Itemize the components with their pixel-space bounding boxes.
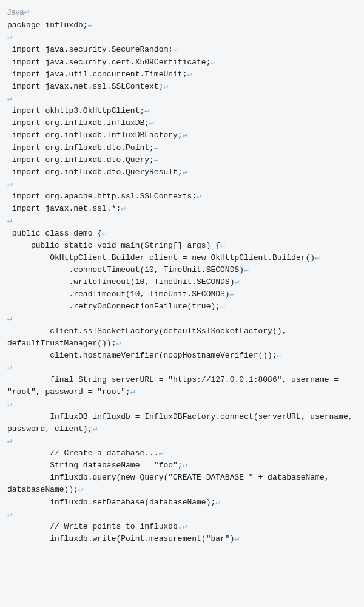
- code-line: ↵: [7, 362, 357, 374]
- code-line: influxdb.query(new Query("CREATE DATABAS…: [7, 472, 357, 496]
- code-line: InfluxDB influxdb = InfluxDBFactory.conn…: [7, 411, 357, 435]
- newline-arrow-icon: ↵: [163, 82, 168, 91]
- code-line: ↵: [7, 32, 357, 44]
- code-line: ↵: [7, 435, 357, 447]
- code-text: OkHttpClient.Builder client = new OkHttp…: [7, 253, 315, 262]
- newline-arrow-icon: ↵: [159, 449, 164, 458]
- code-text: influxdb.query(new Query("CREATE DATABAS…: [7, 473, 334, 494]
- code-text: client.sslSocketFactory(defaultSslSocket…: [7, 327, 291, 348]
- code-text: public class demo {: [7, 229, 102, 238]
- code-text: // Create a database...: [7, 449, 159, 458]
- code-text: String databaseName = "foo";: [7, 461, 183, 470]
- newline-arrow-icon: ↵: [244, 265, 249, 274]
- code-line: ↵: [7, 215, 357, 227]
- newline-arrow-icon: ↵: [183, 522, 187, 531]
- newline-arrow-icon: ↵: [220, 241, 225, 250]
- code-line: import okhttp3.OkHttpClient;↵: [7, 105, 357, 117]
- code-text: import org.influxdb.InfluxDBFactory;: [7, 131, 183, 140]
- code-text: import org.influxdb.InfluxDB;: [7, 118, 149, 127]
- code-text: import java.security.SecureRandom;: [7, 45, 173, 54]
- code-line: final String serverURL = "https://127.0.…: [7, 374, 357, 398]
- code-block: package influxdb;↵↵ import java.security…: [7, 19, 357, 545]
- code-text: client.hostnameVerifier(noopHostnameVeri…: [7, 351, 277, 360]
- newline-arrow-icon: ↵: [121, 204, 126, 213]
- newline-arrow-icon: ↵: [215, 498, 220, 507]
- code-line: client.hostnameVerifier(noopHostnameVeri…: [7, 350, 357, 362]
- code-line: import java.security.SecureRandom;↵: [7, 44, 357, 56]
- code-text: import org.influxdb.dto.Query;: [7, 155, 154, 164]
- newline-arrow-icon: ↵: [220, 302, 225, 311]
- code-line: import org.influxdb.dto.Point;↵: [7, 142, 357, 154]
- newline-arrow-icon: ↵: [154, 155, 159, 164]
- code-line: import javax.net.ssl.*;↵: [7, 203, 357, 215]
- code-text: import java.util.concurrent.TimeUnit;: [7, 70, 187, 79]
- code-text: final String serverURL = "https://127.0.…: [7, 375, 343, 396]
- code-line: import java.util.concurrent.TimeUnit;↵: [7, 69, 357, 81]
- code-text: influxdb.setDatabase(databaseName);: [7, 498, 215, 507]
- newline-arrow-icon: ↵: [149, 118, 154, 127]
- newline-arrow-icon: ↵: [24, 7, 30, 16]
- newline-arrow-icon: ↵: [88, 21, 93, 30]
- code-line: import org.influxdb.dto.Query;↵: [7, 154, 357, 166]
- code-line: import java.security.cert.X509Certificat…: [7, 56, 357, 69]
- code-line: .readTimeout(10, TimeUnit.SECONDS)↵: [7, 288, 357, 300]
- newline-arrow-icon: ↵: [173, 45, 178, 54]
- code-line: import org.influxdb.dto.QueryResult;↵: [7, 166, 357, 178]
- code-text: import okhttp3.OkHttpClient;: [7, 106, 144, 115]
- code-text: import javax.net.ssl.SSLContext;: [7, 82, 163, 91]
- code-line: // Write points to influxdb.↵: [7, 521, 357, 533]
- code-text: .retryOnConnectionFailure(true);: [7, 302, 220, 311]
- code-line: .retryOnConnectionFailure(true);↵: [7, 300, 357, 313]
- code-text: // Write points to influxdb.: [7, 522, 183, 531]
- code-text: import org.influxdb.dto.QueryResult;: [7, 168, 183, 177]
- newline-arrow-icon: ↵: [7, 400, 12, 409]
- code-line: // Create a database...↵: [7, 447, 357, 459]
- newline-arrow-icon: ↵: [144, 106, 149, 115]
- code-text: InfluxDB influxdb = InfluxDBFactory.conn…: [7, 412, 357, 433]
- code-line: client.sslSocketFactory(defaultSslSocket…: [7, 325, 357, 350]
- code-line: ↵: [7, 93, 357, 105]
- newline-arrow-icon: ↵: [234, 277, 239, 287]
- code-line: public class demo {↵: [7, 228, 357, 240]
- code-text: .connectTimeout(10, TimeUnit.SECONDS): [7, 265, 244, 274]
- newline-arrow-icon: ↵: [154, 143, 159, 152]
- newline-arrow-icon: ↵: [197, 192, 201, 201]
- newline-arrow-icon: ↵: [183, 461, 187, 470]
- newline-arrow-icon: ↵: [116, 339, 121, 348]
- newline-arrow-icon: ↵: [7, 216, 12, 225]
- code-line: import org.influxdb.InfluxDBFactory;↵: [7, 129, 357, 141]
- code-text: package influxdb;: [7, 21, 88, 30]
- code-text: .readTimeout(10, TimeUnit.SECONDS): [7, 290, 230, 299]
- code-text: import org.apache.http.ssl.SSLContexts;: [7, 192, 197, 201]
- code-text: import org.influxdb.dto.Point;: [7, 143, 154, 152]
- code-line: String databaseName = "foo";↵: [7, 459, 357, 472]
- code-text: influxdb.write(Point.measurement("bar"): [7, 534, 234, 543]
- code-line: import org.apache.http.ssl.SSLContexts;↵: [7, 191, 357, 203]
- code-line: ↵: [7, 178, 357, 191]
- code-line: .connectTimeout(10, TimeUnit.SECONDS)↵: [7, 264, 357, 276]
- newline-arrow-icon: ↵: [7, 94, 12, 103]
- newline-arrow-icon: ↵: [7, 180, 12, 189]
- code-text: public static void main(String[] args) {: [7, 241, 220, 250]
- newline-arrow-icon: ↵: [7, 363, 12, 372]
- code-line: .writeTimeout(10, TimeUnit.SECONDS)↵: [7, 276, 357, 288]
- newline-arrow-icon: ↵: [230, 290, 235, 299]
- newline-arrow-icon: ↵: [7, 436, 12, 446]
- newline-arrow-icon: ↵: [277, 351, 282, 360]
- language-label: Java↵: [7, 6, 357, 18]
- newline-arrow-icon: ↵: [7, 314, 12, 324]
- code-line: import javax.net.ssl.SSLContext;↵: [7, 81, 357, 93]
- newline-arrow-icon: ↵: [130, 387, 135, 396]
- code-text: import javax.net.ssl.*;: [7, 204, 121, 213]
- code-line: ↵: [7, 399, 357, 411]
- code-line: public static void main(String[] args) {…: [7, 240, 357, 252]
- newline-arrow-icon: ↵: [78, 485, 83, 494]
- language-label-text: Java: [7, 7, 24, 16]
- code-line: ↵: [7, 509, 357, 521]
- code-line: package influxdb;↵: [7, 19, 357, 32]
- newline-arrow-icon: ↵: [7, 33, 12, 42]
- newline-arrow-icon: ↵: [315, 253, 320, 262]
- code-line: ↵: [7, 313, 357, 325]
- code-line: influxdb.write(Point.measurement("bar")↵: [7, 533, 357, 545]
- code-text: .writeTimeout(10, TimeUnit.SECONDS): [7, 277, 234, 287]
